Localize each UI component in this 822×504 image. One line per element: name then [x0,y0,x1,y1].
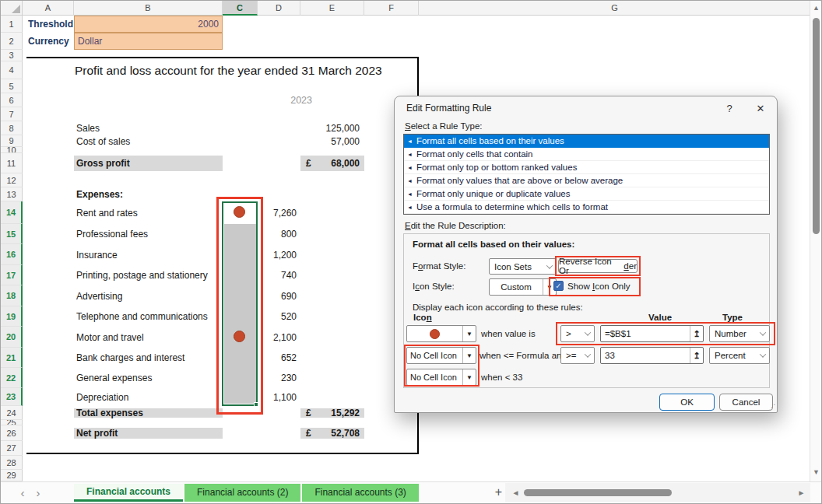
statement-label-row11[interactable]: Gross profit [76,153,232,173]
statement-label-row21[interactable]: Bank charges and interest [76,348,232,368]
chevron-down-icon [581,348,594,363]
row-header-20[interactable]: 20 [1,327,23,348]
row-header-6[interactable]: 6 [1,93,23,107]
statement-value-row8[interactable]: 125,000 [300,121,360,135]
rule-type-option-2[interactable]: ◄Format only top or bottom ranked values [404,161,769,174]
statement-label-row24[interactable]: Total expenses [76,406,232,420]
cell-threshold-label[interactable]: Threshold [25,16,73,33]
row-header-15[interactable]: 15 [1,224,23,244]
row-header-3[interactable]: 3 [1,50,23,61]
scroll-left-icon[interactable]: ◄ [510,488,522,497]
row-header-18[interactable]: 18 [1,285,23,306]
row-header-5[interactable]: 5 [1,79,23,93]
icon-style-dropdown[interactable]: Custom ▼ [489,278,557,296]
rule2-type-dropdown[interactable]: Percent [709,347,770,364]
horizontal-scrollbar[interactable]: ◄ ► [505,483,810,502]
section-heading: Format all cells based on their values: [413,240,574,249]
vertical-scroll-thumb[interactable] [813,18,820,234]
row-header-4[interactable]: 4 [1,61,23,79]
statement-value-row9[interactable]: 57,000 [300,135,360,147]
statement-label-row26[interactable]: Net profit [76,425,232,441]
cell-currency-label[interactable]: Currency [25,33,73,50]
row-header-17[interactable]: 17 [1,265,23,285]
statement-label-row19[interactable]: Telephone and communications [76,306,232,327]
row-header-16[interactable]: 16 [1,244,23,265]
statement-label-row22[interactable]: General expenses [76,368,232,388]
icon-dropdown-1[interactable]: ▼ [406,325,476,342]
cell-threshold-value[interactable]: 2000 [74,16,223,33]
vertical-scrollbar[interactable]: ▲ ▼ [810,1,821,481]
rule-type-option-5[interactable]: ◄Use a formula to determine which cells … [404,201,769,214]
cancel-button[interactable]: Cancel [719,394,773,411]
new-sheet-icon[interactable]: + [495,485,502,499]
format-style-dropdown[interactable]: Icon Sets [489,258,557,275]
column-header-G[interactable]: G [419,1,811,16]
row-header-29[interactable]: 29 [1,470,23,481]
selection-fill-handle[interactable] [254,402,258,407]
resize-grip-icon[interactable]: ⋰ [768,403,777,411]
statement-label-row9[interactable]: Cost of sales [76,135,232,147]
row-header-11[interactable]: 11 [1,153,23,173]
statement-value-row24[interactable]: 15,292 [300,406,360,420]
next-sheet-icon[interactable]: › [30,486,46,499]
statement-label-row23[interactable]: Depreciation [76,388,232,406]
rule-type-option-4[interactable]: ◄Format only unique or duplicate values [404,187,769,201]
statement-label-row16[interactable]: Insurance [76,244,232,265]
row-header-23[interactable]: 23 [1,388,23,406]
rule2-operator-dropdown[interactable]: >= [560,347,595,364]
row-header-7[interactable]: 7 [1,107,23,121]
statement-label-row18[interactable]: Advertising [76,285,232,306]
column-header-E[interactable]: E [300,1,364,16]
row-header-13[interactable]: 13 [1,187,23,201]
statement-value-row11[interactable]: 68,000 [300,153,360,173]
scroll-down-icon[interactable]: ▼ [810,468,822,476]
column-header-F[interactable]: F [364,1,419,16]
row-header-1[interactable]: 1 [1,16,23,33]
row-header-27[interactable]: 27 [1,441,23,456]
statement-value-row26[interactable]: 52,708 [300,425,360,441]
row-header-22[interactable]: 22 [1,368,23,388]
row-header-28[interactable]: 28 [1,456,23,470]
row-header-14[interactable]: 14 [1,201,23,224]
rule-type-option-0[interactable]: ◄Format all cells based on their values [404,135,769,148]
rule2-value-field[interactable]: 33 ↥ [600,347,704,364]
statement-label-row15[interactable]: Professional fees [76,224,232,244]
statement-label-row17[interactable]: Printing, postage and stationery [76,265,232,285]
row-header-26[interactable]: 26 [1,425,23,441]
row-header-2[interactable]: 2 [1,33,23,50]
statement-label-row14[interactable]: Rent and rates [76,201,232,224]
row-header-8[interactable]: 8 [1,121,23,135]
rule-type-option-3[interactable]: ◄Format only values that are above or be… [404,174,769,187]
column-header-B[interactable]: B [74,1,223,16]
close-icon[interactable]: ✕ [754,101,768,115]
sheet-tab-1[interactable]: Financial accounts [74,484,183,502]
statement-label-row13[interactable]: Expenses: [76,187,232,201]
scroll-up-icon[interactable]: ▲ [810,4,822,12]
column-header-A[interactable]: A [23,1,74,16]
row-header-9[interactable]: 9 [1,135,23,147]
row-header-25[interactable]: 25 [1,420,23,425]
help-button[interactable]: ? [722,101,736,115]
rule-type-label: Format only cells that contain [416,149,533,159]
cell-currency-value[interactable]: Dollar [74,33,223,50]
statement-label-row20[interactable]: Motor and travel [76,327,232,348]
select-all-corner[interactable] [1,1,23,16]
scroll-right-icon[interactable]: ► [796,488,807,497]
row-header-12[interactable]: 12 [1,173,23,187]
row-header-21[interactable]: 21 [1,348,23,368]
column-header-D[interactable]: D [258,1,300,16]
collapse-dialog-icon[interactable]: ↥ [690,348,703,363]
statement-title[interactable]: Profit and loss account for the year end… [75,61,421,79]
horizontal-scroll-thumb[interactable] [524,489,672,496]
sheet-tab-3[interactable]: Financial accounts (3) [302,484,418,502]
ok-button[interactable]: OK [659,394,715,411]
year-header[interactable]: 2023 [258,93,312,107]
rule-type-option-1[interactable]: ◄Format only cells that contain [404,148,769,161]
row-header-24[interactable]: 24 [1,406,23,420]
sheet-tab-2[interactable]: Financial accounts (2) [184,484,300,502]
row-header-19[interactable]: 19 [1,306,23,327]
statement-label-row8[interactable]: Sales [76,121,232,135]
row-header-10[interactable]: 10 [1,147,23,153]
prev-sheet-icon[interactable]: ‹ [15,486,30,499]
column-header-C[interactable]: C [223,1,258,16]
